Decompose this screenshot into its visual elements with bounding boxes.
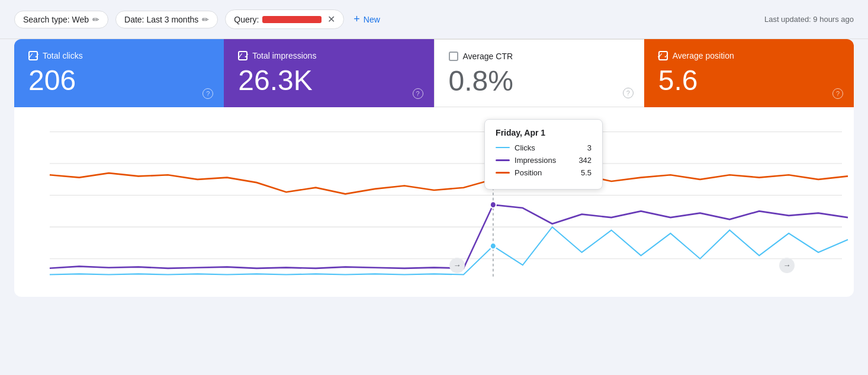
top-bar: Search type: Web ✏ Date: Last 3 months ✏… [0,0,868,39]
clicks-value: 206 [28,65,210,97]
tooltip-clicks-value: 3 [574,143,591,152]
new-button-label: New [364,15,380,24]
chart-nav-right-arrow[interactable]: → [779,258,795,273]
query-close-icon[interactable]: ✕ [327,14,335,25]
total-impressions-card[interactable]: ✓ Total impressions 26.3K ? [224,39,433,107]
tooltip-position-value: 5.5 [574,168,591,177]
main-content: ✓ Total clicks 206 ? ✓ Total impressions… [0,39,868,311]
query-redacted-value [262,16,322,23]
query-filter[interactable]: Query: ✕ [225,9,344,29]
date-filter[interactable]: Date: Last 3 months ✏ [115,11,218,28]
ctr-label: Average CTR [463,52,513,61]
date-label: Date: Last 3 months [124,15,198,24]
impressions-label-row: ✓ Total impressions [238,51,419,60]
chart-nav-left-arrow[interactable]: → [449,258,465,273]
date-edit-icon[interactable]: ✏ [202,15,209,24]
ctr-value: 0.8% [449,66,630,97]
plus-icon: + [353,13,360,25]
avg-ctr-card[interactable]: Average CTR 0.8% ? [434,39,644,107]
svg-point-8 [490,243,496,249]
impressions-label: Total impressions [252,51,316,60]
tooltip-position-label: Position [515,168,569,177]
clicks-help-icon[interactable]: ? [202,88,213,99]
clicks-checkbox[interactable]: ✓ [28,51,38,60]
svg-point-7 [490,201,496,208]
clicks-label: Total clicks [43,51,83,60]
last-updated-text: Last updated: 9 hours ago [764,15,854,24]
query-label: Query: [234,15,259,24]
chart-container: Friday, Apr 1 Clicks 3 Impressions 342 P… [14,107,854,297]
tooltip-clicks-row: Clicks 3 [496,143,591,152]
total-clicks-card[interactable]: ✓ Total clicks 206 ? [14,39,224,107]
chart-svg [14,119,854,297]
impressions-help-icon[interactable]: ? [413,88,423,99]
position-help-icon[interactable]: ? [832,88,843,99]
metrics-row: ✓ Total clicks 206 ? ✓ Total impressions… [14,39,854,107]
position-value: 5.6 [658,65,840,97]
ctr-help-icon[interactable]: ? [623,88,634,98]
ctr-label-row: Average CTR [449,52,630,61]
tooltip-position-row: Position 5.5 [496,168,591,177]
search-type-edit-icon[interactable]: ✏ [92,15,99,24]
tooltip-impressions-label: Impressions [515,156,569,165]
search-type-label: Search type: Web [23,15,89,24]
position-label-row: ✓ Average position [658,51,840,60]
tooltip-clicks-label: Clicks [515,143,569,152]
tooltip-impressions-row: Impressions 342 [496,156,591,165]
position-label: Average position [673,51,734,60]
tooltip-clicks-line [496,147,510,148]
clicks-label-row: ✓ Total clicks [28,51,210,60]
position-checkbox[interactable]: ✓ [658,51,668,60]
search-type-filter[interactable]: Search type: Web ✏ [14,11,108,28]
ctr-checkbox[interactable] [449,52,458,61]
tooltip-title: Friday, Apr 1 [496,128,591,137]
tooltip-position-line [496,172,510,174]
impressions-value: 26.3K [238,65,419,97]
avg-position-card[interactable]: ✓ Average position 5.6 ? [644,39,854,107]
new-button[interactable]: + New [353,13,380,25]
tooltip-impressions-line [496,159,510,161]
chart-tooltip: Friday, Apr 1 Clicks 3 Impressions 342 P… [484,119,603,190]
impressions-checkbox[interactable]: ✓ [238,51,247,60]
tooltip-impressions-value: 342 [574,156,591,165]
